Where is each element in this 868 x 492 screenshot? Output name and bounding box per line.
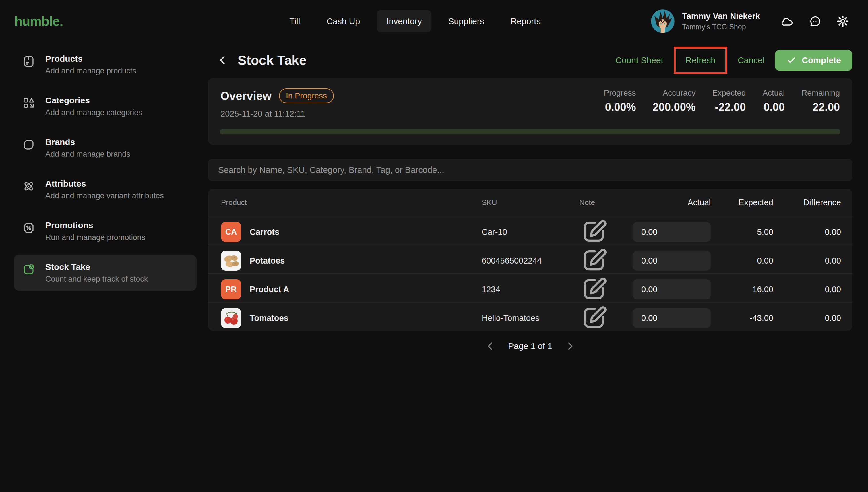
stat-remaining: Remaining 22.00 [801,89,840,114]
overview-title: Overview [220,90,272,102]
user-avatar[interactable] [651,9,674,33]
stock-take-table: Product SKU Note Actual Expected Differe… [208,189,852,331]
table-row-potatoes: Potatoes 6004565002244 0.00 0.00 [208,245,852,273]
difference-value: 0.00 [793,314,852,323]
sidebar-item-subtitle: Add and manage variant attributes [45,192,164,200]
tab-inventory[interactable]: Inventory [377,10,431,32]
stat-label: Expected [713,89,746,98]
pagination: Page 1 of 1 [208,337,852,355]
main-nav: Till Cash Up Inventory Suppliers Reports [279,0,550,43]
table-row-carrots: CA Carrots Car-10 5.00 0.00 [208,216,852,245]
tab-reports[interactable]: Reports [501,10,550,32]
stat-value: 200.00% [653,101,696,114]
progress-bar [220,129,840,134]
tab-suppliers[interactable]: Suppliers [439,10,494,32]
sku-value: Car-10 [468,227,566,237]
sidebar-item-title: Products [45,54,137,64]
sidebar: Products Add and manage products Categor… [14,47,197,296]
complete-button-label: Complete [802,55,841,65]
sidebar-item-attributes[interactable]: Attributes Add and manage variant attrib… [14,171,197,208]
sidebar-item-title: Categories [45,96,142,105]
overview-stats: Progress 0.00% Accuracy 200.00% Expected… [604,89,840,114]
sidebar-item-subtitle: Count and keep track of stock [45,275,148,284]
cancel-button[interactable]: Cancel [738,55,764,65]
table-row-tomatoes: Tomatoes Hello-Tomatoes -43.00 0.00 [208,302,852,331]
stat-accuracy: Accuracy 200.00% [653,89,696,114]
actual-count-input[interactable] [633,222,711,242]
product-initials-avatar: CA [221,222,241,242]
sidebar-item-stock-take[interactable]: Stock Take Count and keep track of stock [14,254,197,291]
stat-value: -22.00 [713,101,746,114]
sidebar-item-promotions[interactable]: Promotions Run and manage promotions [14,213,197,249]
product-cell: Tomatoes [208,308,468,328]
count-sheet-button[interactable]: Count Sheet [615,55,663,65]
sidebar-item-text: Stock Take Count and keep track of stock [45,262,148,284]
check-icon [786,55,796,66]
actual-cell [609,279,730,299]
page-indicator: Page 1 of 1 [508,341,552,351]
refresh-highlight-box: Refresh [674,47,727,74]
previous-page-icon[interactable] [485,340,496,352]
brands-icon [22,138,35,152]
sku-value: 1234 [468,285,566,294]
sidebar-item-text: Promotions Run and manage promotions [45,220,145,242]
tab-till[interactable]: Till [279,10,310,32]
actual-count-input[interactable] [633,251,711,271]
expected-value: -43.00 [730,314,793,323]
status-badge: In Progress [279,89,334,103]
top-right-cluster: Tammy Van Niekerk Tammy's TCG Shop [651,9,850,33]
user-text: Tammy Van Niekerk Tammy's TCG Shop [682,11,760,31]
stat-value: 0.00% [604,101,636,114]
promotions-icon [22,221,35,235]
back-chevron-icon[interactable] [217,54,229,67]
column-header-actual: Actual [609,198,730,207]
sidebar-item-products[interactable]: Products Add and manage products [14,47,197,83]
header-actions: Count Sheet Refresh Cancel Complete [615,47,852,74]
search-input[interactable] [208,159,852,181]
stat-value: 22.00 [801,101,840,114]
complete-button[interactable]: Complete [775,50,852,71]
sidebar-item-categories[interactable]: Categories Add and manage categories [14,88,197,125]
cloud-sync-icon[interactable] [781,14,795,28]
sidebar-item-title: Promotions [45,220,145,230]
sidebar-item-subtitle: Add and manage brands [45,150,130,159]
attributes-icon [22,179,35,193]
table-header-row: Product SKU Note Actual Expected Differe… [208,189,852,216]
tab-cash-up[interactable]: Cash Up [317,10,370,32]
settings-gear-icon[interactable] [836,14,850,28]
product-cell: Potatoes [208,251,468,271]
product-cell: CA Carrots [208,222,468,242]
main-content: Stock Take Count Sheet Refresh Cancel Co… [208,43,852,355]
stat-label: Accuracy [653,89,696,98]
refresh-button[interactable]: Refresh [686,55,716,65]
chat-icon[interactable] [808,14,822,28]
sidebar-item-text: Categories Add and manage categories [45,96,142,117]
actual-count-input[interactable] [633,279,711,299]
sidebar-item-subtitle: Run and manage promotions [45,233,145,242]
user-org: Tammy's TCG Shop [682,23,760,31]
product-initials-avatar: PR [221,279,241,299]
expected-value: 0.00 [730,256,793,266]
note-edit-icon[interactable] [579,328,609,331]
sku-value: 6004565002244 [468,256,566,266]
user-name: Tammy Van Niekerk [682,11,760,21]
sidebar-item-text: Products Add and manage products [45,54,137,75]
sidebar-item-title: Brands [45,137,130,147]
stat-progress: Progress 0.00% [604,89,636,114]
brand-logo: humble. [14,14,63,29]
actual-count-input[interactable] [633,308,711,328]
column-header-product: Product [208,198,468,207]
sidebar-item-brands[interactable]: Brands Add and manage brands [14,130,197,166]
user-info[interactable]: Tammy Van Niekerk Tammy's TCG Shop [651,9,760,33]
expected-value: 16.00 [730,285,793,294]
product-name: Carrots [250,227,279,237]
column-header-note: Note [566,198,609,207]
page-header: Stock Take Count Sheet Refresh Cancel Co… [208,43,852,78]
app-root: humble. Till Cash Up Inventory Suppliers… [0,0,868,492]
actual-cell [609,308,730,328]
page-title: Stock Take [238,52,306,68]
sku-value: Hello-Tomatoes [468,314,566,323]
note-cell [566,274,609,305]
next-page-icon[interactable] [564,340,576,352]
note-cell [566,245,609,276]
